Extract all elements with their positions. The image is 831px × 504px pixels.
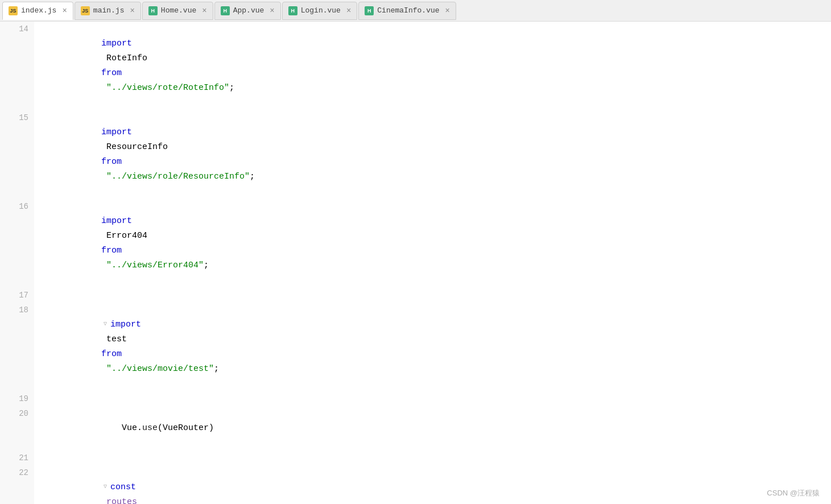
- tab-bar: JS index.js × JS main.js × H Home.vue × …: [0, 0, 831, 22]
- identifier-15: ResourceInfo: [101, 142, 173, 152]
- line-row-18: 18 ▽import test from "../views/movie/tes…: [0, 303, 831, 391]
- line-number-18: 18: [0, 303, 34, 391]
- line-row-16: 16 import Error404 from "../views/Error4…: [0, 199, 831, 288]
- line-content-15: import ResourceInfo from "../views/role/…: [34, 110, 831, 199]
- line-row-20: 20 Vue.use(VueRouter): [0, 406, 831, 451]
- tab-main-js[interactable]: JS main.js ×: [75, 2, 141, 20]
- tab-home-vue[interactable]: H Home.vue ×: [142, 2, 213, 20]
- tab-label-index-js: index.js: [21, 6, 56, 15]
- line-content-22: ▽const routes = [: [34, 465, 831, 504]
- editor-content: 14 import RoteInfo from "../views/rote/R…: [0, 22, 831, 504]
- str-15: "../views/role/ResourceInfo";: [101, 172, 255, 181]
- watermark: CSDN @汪程猿: [767, 488, 820, 498]
- line-number-14: 14: [0, 22, 34, 110]
- line-number-19: 19: [0, 391, 34, 406]
- line-content-16: import Error404 from "../views/Error404"…: [34, 199, 831, 288]
- tab-label-main-js: main.js: [93, 6, 125, 15]
- tab-label-home-vue: Home.vue: [161, 6, 196, 15]
- varname-22: routes: [101, 497, 137, 504]
- line-row-21: 21: [0, 451, 831, 465]
- keyword-from-15: from: [101, 157, 122, 167]
- keyword-from-16: from: [101, 246, 122, 255]
- tab-app-vue[interactable]: H App.vue ×: [214, 2, 281, 20]
- tab-close-cinemainfo-vue[interactable]: ×: [445, 6, 450, 15]
- fold-arrow-22[interactable]: ▽: [101, 483, 109, 491]
- tab-icon-home-vue: H: [148, 6, 158, 15]
- tab-index-js[interactable]: JS index.js ×: [2, 2, 73, 20]
- tab-cinemainfo-vue[interactable]: H CinemaInfo.vue ×: [358, 2, 456, 20]
- line-content-19: [34, 391, 831, 406]
- str-16: "../views/Error404";: [101, 261, 209, 270]
- line-number-17: 17: [0, 288, 34, 303]
- line-number-15: 15: [0, 110, 34, 199]
- line-number-16: 16: [0, 199, 34, 288]
- keyword-from-18: from: [101, 349, 122, 359]
- identifier-14: RoteInfo: [101, 53, 152, 63]
- tab-close-home-vue[interactable]: ×: [202, 6, 206, 15]
- tab-icon-index-js: JS: [9, 6, 18, 15]
- line-row-14: 14 import RoteInfo from "../views/rote/R…: [0, 22, 831, 110]
- tab-close-app-vue[interactable]: ×: [270, 6, 274, 15]
- line-number-20: 20: [0, 406, 34, 451]
- line-number-21: 21: [0, 451, 34, 465]
- editor-window: JS index.js × JS main.js × H Home.vue × …: [0, 0, 831, 504]
- tab-login-vue[interactable]: H Login.vue ×: [282, 2, 358, 20]
- tab-label-app-vue: App.vue: [233, 6, 264, 15]
- lines-wrapper: 14 import RoteInfo from "../views/rote/R…: [0, 22, 831, 504]
- identifier-18: test: [101, 334, 132, 344]
- keyword-const-22: const: [110, 482, 136, 492]
- keyword-import-18: import: [110, 320, 141, 329]
- line-content-21: [34, 451, 831, 465]
- line-content-14: import RoteInfo from "../views/rote/Rote…: [34, 22, 831, 110]
- keyword-import-16: import: [101, 216, 132, 226]
- tab-icon-cinemainfo-vue: H: [365, 6, 374, 15]
- tab-close-main-js[interactable]: ×: [130, 6, 134, 15]
- fold-arrow-18[interactable]: ▽: [101, 320, 109, 328]
- line-row-19: 19: [0, 391, 831, 406]
- line-row-22: 22 ▽const routes = [: [0, 465, 831, 504]
- keyword-import-14: import: [101, 39, 132, 48]
- line-number-22: 22: [0, 465, 34, 504]
- tab-label-cinemainfo-vue: CinemaInfo.vue: [377, 6, 439, 15]
- tab-icon-main-js: JS: [81, 6, 90, 15]
- tab-close-login-vue[interactable]: ×: [346, 6, 351, 15]
- tab-close-index-js[interactable]: ×: [62, 6, 67, 15]
- line-content-18: ▽import test from "../views/movie/test";: [34, 303, 831, 391]
- identifier-16: Error404: [101, 231, 152, 241]
- str-14: "../views/rote/RoteInfo";: [101, 83, 234, 93]
- tab-label-login-vue: Login.vue: [301, 6, 341, 15]
- keyword-import-15: import: [101, 127, 132, 137]
- code-20: Vue.use(VueRouter): [101, 423, 214, 433]
- keyword-from-14: from: [101, 68, 122, 78]
- str-18: "../views/movie/test";: [101, 364, 219, 374]
- line-content-17: [34, 288, 831, 303]
- code-area[interactable]: 14 import RoteInfo from "../views/rote/R…: [0, 22, 831, 504]
- tab-icon-login-vue: H: [288, 6, 297, 15]
- line-row-15: 15 import ResourceInfo from "../views/ro…: [0, 110, 831, 199]
- tab-icon-app-vue: H: [221, 6, 230, 15]
- line-row-17: 17: [0, 288, 831, 303]
- line-content-20: Vue.use(VueRouter): [34, 406, 831, 451]
